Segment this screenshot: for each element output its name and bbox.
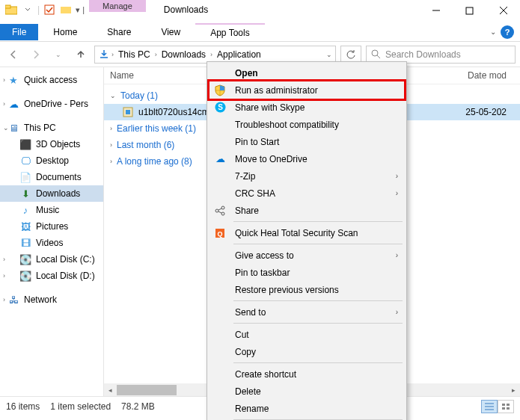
file-tab[interactable]: File [0, 24, 38, 40]
chevron-right-icon[interactable]: › [3, 272, 10, 280]
tab-home[interactable]: Home [38, 24, 92, 40]
chevron-down-icon[interactable]: ⌄ [3, 124, 10, 132]
chevron-right-icon: › [396, 308, 398, 316]
chevron-right-icon[interactable]: › [3, 76, 10, 84]
menu-share[interactable]: Share [209, 202, 404, 219]
chevron-right-icon[interactable]: › [155, 51, 157, 58]
desktop-icon: 🖵 [19, 155, 31, 167]
scroll-left-icon[interactable]: ◂ [104, 383, 117, 396]
menu-pin-taskbar[interactable]: Pin to taskbar [209, 264, 404, 281]
sidebar-desktop[interactable]: 🖵Desktop [0, 152, 103, 169]
sidebar-label: Pictures [36, 221, 68, 232]
sidebar-videos[interactable]: 🎞Videos [0, 235, 103, 251]
sidebar-downloads[interactable]: ⬇Downloads [0, 185, 103, 202]
sidebar-this-pc[interactable]: ⌄ 🖥 This PC [0, 120, 103, 136]
sidebar-label: This PC [24, 123, 56, 133]
menu-crc-sha[interactable]: CRC SHA› [209, 185, 404, 202]
menu-give-access[interactable]: Give access to› [209, 247, 404, 264]
breadcrumb-segment[interactable]: This PC [115, 49, 153, 60]
sidebar-local-disk-d[interactable]: ›💽Local Disk (D:) [0, 268, 103, 284]
scrollbar-thumb[interactable] [117, 385, 177, 395]
menu-delete[interactable]: Delete [209, 383, 404, 400]
sidebar-pictures[interactable]: 🖼Pictures [0, 218, 103, 235]
menu-restore-versions[interactable]: Restore previous versions [209, 281, 404, 298]
chevron-down-icon[interactable]: ⌄ [110, 92, 116, 99]
chevron-right-icon[interactable]: › [3, 100, 10, 108]
disk-icon: 💽 [19, 253, 31, 265]
chevron-right-icon[interactable]: › [3, 296, 10, 303]
view-icons-button[interactable] [498, 400, 514, 413]
svg-text:Q: Q [217, 230, 222, 238]
sidebar-documents[interactable]: 📄Documents [0, 169, 103, 185]
column-header-date[interactable]: Date mod [454, 70, 514, 81]
maximize-button[interactable] [453, 0, 486, 21]
properties-checkbox-icon[interactable] [43, 3, 56, 16]
chevron-right-icon[interactable]: › [110, 158, 112, 165]
menu-run-as-admin[interactable]: Run as administrator [209, 81, 404, 99]
tab-app-tools[interactable]: App Tools [195, 23, 264, 41]
videos-icon: 🎞 [19, 237, 31, 249]
menu-7zip[interactable]: 7-Zip› [209, 167, 404, 185]
view-details-button[interactable] [481, 400, 498, 413]
chevron-down-icon[interactable] [21, 3, 34, 16]
share-icon [212, 204, 227, 217]
close-button[interactable] [486, 0, 520, 21]
refresh-button[interactable] [340, 46, 361, 64]
sidebar-label: Downloads [36, 188, 80, 199]
ribbon-expand-icon[interactable]: ⌄ [490, 28, 496, 36]
disk-icon: 💽 [19, 270, 31, 282]
cloud-icon: ☁ [212, 152, 227, 166]
breadcrumb-dropdown[interactable]: ⌄ [326, 51, 332, 58]
minimize-button[interactable] [419, 0, 453, 21]
chevron-right-icon[interactable]: › [110, 125, 112, 132]
menu-troubleshoot[interactable]: Troubleshoot compatibility [209, 116, 404, 133]
breadcrumb[interactable]: › This PC › Downloads › Application ⌄ [94, 46, 336, 64]
sidebar-quick-access[interactable]: › ★ Quick access [0, 72, 103, 88]
menu-pin-start[interactable]: Pin to Start [209, 133, 404, 150]
scroll-right-icon[interactable]: ▸ [507, 383, 520, 396]
search-input[interactable]: Search Downloads [366, 46, 516, 64]
skype-icon: S [212, 101, 227, 114]
breadcrumb-segment[interactable]: Application [214, 49, 264, 60]
menu-move-onedrive[interactable]: ☁Move to OneDrive [209, 150, 404, 167]
folder-small-icon[interactable] [59, 3, 73, 16]
sidebar-local-disk-c[interactable]: ›💽Local Disk (C:) [0, 251, 103, 268]
qat-overflow[interactable]: ▾ | [76, 5, 85, 15]
chevron-right-icon[interactable]: › [111, 51, 114, 58]
tab-view[interactable]: View [146, 24, 195, 40]
sidebar-network[interactable]: › 🖧 Network [0, 291, 103, 308]
chevron-right-icon[interactable]: › [110, 141, 112, 149]
menu-send-to[interactable]: Send to› [209, 303, 404, 321]
svg-rect-16 [502, 404, 505, 406]
status-item-count: 16 items [6, 401, 40, 412]
nav-forward[interactable] [27, 46, 45, 64]
svg-point-9 [372, 50, 378, 56]
nav-recent[interactable]: ⌄ [49, 46, 67, 64]
sidebar-onedrive[interactable]: › ☁ OneDrive - Pers [0, 96, 103, 112]
navigation-pane: › ★ Quick access › ☁ OneDrive - Pers ⌄ 🖥… [0, 67, 103, 396]
nav-back[interactable] [4, 46, 22, 64]
menu-rename[interactable]: Rename [209, 400, 404, 417]
download-folder-icon [98, 49, 110, 61]
sidebar-label: Network [24, 294, 57, 305]
menu-open[interactable]: Open [209, 64, 404, 81]
documents-icon: 📄 [19, 171, 31, 183]
file-date: 25-05-202 [465, 107, 514, 117]
menu-create-shortcut[interactable]: Create shortcut [209, 365, 404, 383]
menu-copy[interactable]: Copy [209, 343, 404, 360]
sidebar-music[interactable]: ♪Music [0, 202, 103, 218]
chevron-right-icon[interactable]: › [210, 51, 212, 58]
help-icon[interactable]: ? [501, 25, 514, 39]
sidebar-3d-objects[interactable]: ⬛3D Objects [0, 136, 103, 152]
chevron-right-icon[interactable]: › [3, 256, 10, 263]
nav-up[interactable] [72, 46, 90, 64]
menu-quickheal[interactable]: QQuick Heal Total Security Scan [209, 224, 404, 241]
tab-share[interactable]: Share [92, 24, 146, 40]
svg-rect-3 [61, 7, 71, 13]
music-icon: ♪ [19, 204, 31, 216]
menu-separator [233, 244, 403, 244]
breadcrumb-segment[interactable]: Downloads [159, 49, 209, 60]
menu-cut[interactable]: Cut [209, 326, 404, 343]
menu-share-skype[interactable]: SShare with Skype [209, 99, 404, 116]
folder-icon [4, 3, 18, 16]
